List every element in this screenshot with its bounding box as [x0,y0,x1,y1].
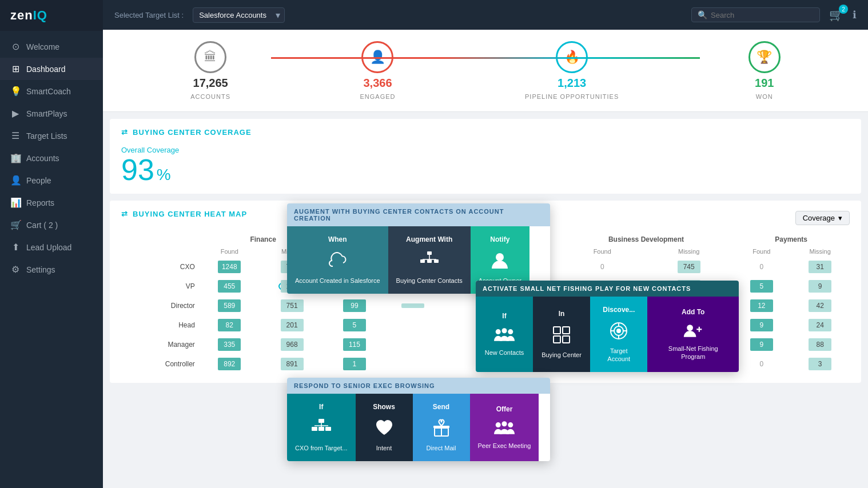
cell-dir-ga-missing [383,296,443,315]
svg-rect-27 [318,427,324,431]
cell-mgr-finance-found: 335 [201,335,258,354]
popup-card-offer[interactable]: Offer Peer Exec Meeting [470,394,539,461]
cell-cxo-finance-found: 1248 [201,257,258,277]
augment-sub: Buying Center Contacts [396,277,463,285]
search-input[interactable] [711,11,814,19]
info-icon[interactable]: ℹ [853,9,857,21]
sidebar-item-label: Accounts [26,154,59,163]
svg-rect-13 [554,336,560,343]
when-sub: Account Created in Salesforce [295,277,380,285]
buying-center-title: ⇄ BUYING CENTER COVERAGE [121,128,850,137]
svg-rect-1 [420,259,425,263]
svg-point-36 [501,421,507,426]
sidebar-item-smartplays[interactable]: ▶ SmartPlays [0,102,103,125]
popup-card-shows[interactable]: Shows Intent [356,394,413,461]
target-lists-icon: ☰ [10,130,21,141]
sidebar-item-target-lists[interactable]: ☰ Target Lists [0,125,103,147]
cell-vp-pay-found: 5 [732,277,790,296]
col-payments: Payments [732,233,850,246]
popup-card-send[interactable]: Send Direct Mail [413,394,470,461]
svg-rect-11 [554,327,560,334]
sidebar-item-lead-upload[interactable]: ⬆ Lead Upload [0,236,103,258]
pipeline-number: 1,213 [558,77,586,90]
svg-rect-2 [427,259,432,263]
send-sub: Direct Mail [427,444,456,452]
popup-card-in[interactable]: In Buying Center [533,297,590,372]
cell-dir-ga-found: 99 [325,296,383,315]
stat-engaged: 👤 3,366 ENGAGED [360,41,395,100]
row-label-director: Director [121,296,201,315]
cell-head-finance-found: 82 [201,315,258,335]
cell-ctrl-finance-found: 892 [201,354,258,374]
cell-head-ga-found: 5 [325,315,383,335]
popup-card-if-fishing[interactable]: If New Contacts [476,297,533,372]
smartplays-icon: ▶ [10,108,21,119]
won-stat-icon: 🏆 [748,41,781,73]
coverage-number-wrap: Overall Coverage 93 % [121,145,179,185]
search-bar: 🔍 [691,7,820,22]
sidebar-item-dashboard[interactable]: ⊞ Dashboard [0,58,103,80]
notify-label: Notify [490,235,509,245]
sidebar-item-people[interactable]: 👤 People [0,169,103,191]
cell-mgr-pay-missing: 88 [790,335,850,354]
svg-point-7 [496,253,504,261]
in-sub: Buying Center [541,351,582,359]
cell-head-finance-missing: 201 [258,315,326,335]
target-list-dropdown[interactable]: Salesforce Accounts [193,7,285,23]
svg-rect-25 [318,419,324,423]
svg-rect-14 [563,336,570,343]
svg-rect-26 [312,427,317,431]
sidebar-item-cart[interactable]: 🛒 Cart ( 2 ) [0,214,103,236]
popup-card-discover[interactable]: Discove... Target Account [590,297,647,372]
sidebar-item-welcome[interactable]: ⊙ Welcome [0,35,103,58]
sidebar-item-settings[interactable]: ⚙ Settings [0,258,103,281]
cell-vp-pay-missing: 9 [790,277,850,296]
offer-sub: Peer Exec Meeting [478,442,531,450]
cart-icon: 🛒 [10,219,21,230]
popup-respond: RESPOND TO SENIOR EXEC BROWSING If CXO f [287,378,550,461]
cell-ctrl-pay-found: 0 [732,354,790,374]
discover-sub: Target Account [598,347,639,363]
popup-card-addto[interactable]: Add To Small-Net Fishing Program [647,297,739,372]
people-icon: 👤 [10,175,21,186]
col-bd-found: Found [560,246,645,257]
svg-point-17 [617,329,620,333]
engaged-label: ENGAGED [360,93,395,100]
org-chart2-icon [311,418,332,438]
coverage-content: Overall Coverage 93 % [121,145,850,185]
when-label: When [328,235,347,245]
accounts-icon: 🏢 [10,153,21,163]
won-label: WON [756,93,773,100]
col-finance-found: Found [201,246,258,257]
sidebar-item-reports[interactable]: 📊 Reports [0,191,103,214]
stats-bar: 🏛 17,265 ACCOUNTS 👤 3,366 ENGAGED 🔥 1,21… [103,30,868,112]
popup-augment-title: AUGMENT WITH BUYING CENTER CONTACTS ON A… [287,203,550,226]
target-list-label: Selected Target List : [114,11,184,19]
sidebar-item-label: Welcome [26,42,59,51]
popup-respond-cards: If CXO from Target... Shows [287,394,550,461]
heatmap-icon: ⇄ [121,210,128,218]
svg-rect-0 [427,251,432,255]
coverage-btn-label: Coverage [803,214,835,222]
heart-icon [374,418,395,438]
pipeline-label: PIPELINE OPPORTUNITIES [525,93,619,100]
heatmap-title: ⇄ BUYING CENTER HEAT MAP [121,210,247,218]
popup-card-augment[interactable]: Augment With Buying Center Contacts [388,226,471,294]
sidebar-item-label: Cart ( 2 ) [26,221,58,230]
sidebar-item-smartcoach[interactable]: 💡 SmartCoach [0,80,103,102]
row-label-head: Head [121,315,201,335]
svg-point-10 [502,328,507,333]
cart-button[interactable]: 🛒 2 [829,8,843,22]
coverage-dropdown-btn[interactable]: Coverage ▾ [795,211,850,225]
augment-label: Augment With [406,235,452,245]
people-group-icon [494,327,515,343]
svg-rect-28 [325,427,331,431]
shows-sub: Intent [376,444,392,452]
coverage-suffix: % [157,166,171,184]
main-area: Selected Target List : Salesforce Accoun… [103,0,868,488]
popup-card-when[interactable]: When Account Created in Salesforce [287,226,388,294]
cell-dir-finance-found: 589 [201,296,258,315]
popup-card-if-respond[interactable]: If CXO from Target... [287,394,356,461]
sidebar-item-accounts[interactable]: 🏢 Accounts [0,147,103,169]
svg-rect-12 [563,327,570,334]
